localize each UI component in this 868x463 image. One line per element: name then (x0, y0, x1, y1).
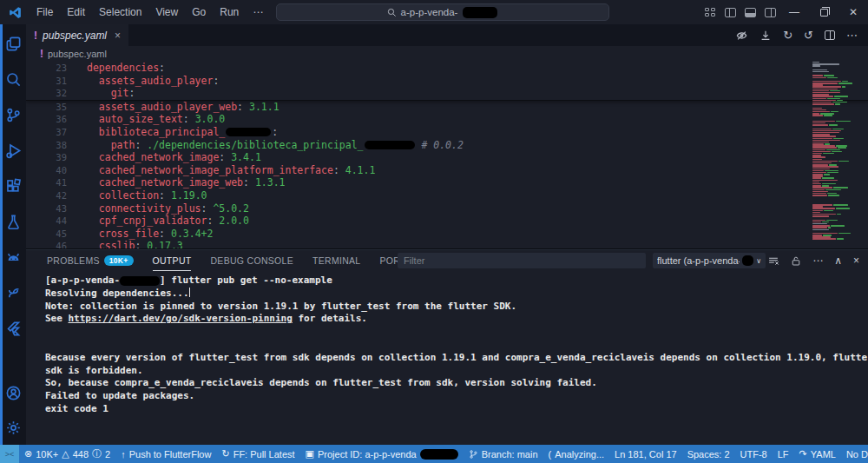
cursor-position-status[interactable]: Ln 181, Col 17 (609, 445, 682, 463)
filter-input[interactable] (398, 253, 646, 268)
output-line (45, 326, 868, 339)
yaml-file-icon: ! (40, 48, 43, 60)
line-number: 43 (26, 202, 78, 215)
code-line[interactable]: 32 git: (26, 87, 868, 100)
bottom-panel: PROBLEMS 10K+ OUTPUT DEBUG CONSOLE TERMI… (26, 249, 868, 445)
search-icon[interactable] (4, 70, 22, 88)
output-console[interactable]: [a-p-p-venda-] flutter pub get --no-exam… (26, 271, 868, 445)
code-editor[interactable]: 23dependencies:31 assets_audio_player:32… (26, 62, 868, 249)
line-number: 31 (26, 75, 78, 88)
project-id-status[interactable]: ▣Project ID: a-p-p-venda (300, 445, 464, 463)
more-actions-icon[interactable]: ⋯ (846, 29, 858, 42)
close-button[interactable]: ✕ (838, 0, 868, 24)
status-bar: >< ⊗10K+ △448 ⓘ2 ↑Push to FlutterFlow ↻F… (0, 445, 868, 463)
run-debug-icon[interactable] (4, 142, 22, 159)
settings-gear-icon[interactable] (4, 419, 22, 436)
tab-problems[interactable]: PROBLEMS 10K+ (47, 250, 134, 271)
tab-terminal[interactable]: TERMINAL (312, 250, 361, 271)
toggle-secondary-sidebar-icon[interactable] (765, 8, 776, 17)
account-icon[interactable] (4, 384, 22, 401)
code-line[interactable]: 31 assets_audio_player: (26, 75, 868, 88)
tab-output[interactable]: OUTPUT (153, 250, 192, 271)
flutterflow-icon[interactable] (4, 284, 22, 301)
flutter-icon[interactable] (4, 320, 22, 337)
editor-lines: 35 assets_audio_player_web: 3.1.136 auto… (26, 101, 868, 249)
toggle-visibility-icon[interactable] (735, 30, 748, 42)
output-link[interactable]: https://dart.dev/go/sdk-version-pinning (69, 313, 293, 324)
indentation-status[interactable]: Spaces: 2 (682, 445, 735, 463)
line-content: git: (78, 87, 135, 100)
minimap[interactable] (812, 62, 866, 248)
panel-header: PROBLEMS 10K+ OUTPUT DEBUG CONSOLE TERMI… (26, 250, 868, 271)
eol-status[interactable]: LF (773, 445, 794, 463)
menu-go[interactable]: Go (185, 3, 213, 21)
tab-close-icon[interactable]: × (115, 30, 121, 42)
code-line[interactable]: 46 csslib: 0.17.3 (26, 240, 868, 249)
toggle-panel-icon[interactable] (745, 8, 756, 17)
code-line[interactable]: 43 connectivity_plus: ^5.0.2 (26, 202, 868, 215)
code-line[interactable]: 35 assets_audio_player_web: 3.1.1 (26, 101, 868, 114)
menu-view[interactable]: View (148, 3, 185, 21)
clear-output-icon[interactable] (767, 255, 779, 267)
unlock-icon[interactable] (791, 255, 801, 267)
output-line: exit code 1 (45, 403, 868, 416)
menu-selection[interactable]: Selection (92, 3, 148, 21)
extensions-icon[interactable] (4, 177, 22, 195)
language-mode-status[interactable]: ↷YAML (794, 445, 841, 463)
code-line[interactable]: 37 biblioteca_principal_: (26, 126, 868, 139)
code-line[interactable]: 36 auto_size_text: 3.0.0 (26, 113, 868, 126)
line-number: 35 (26, 101, 78, 114)
line-content: cached_network_image_platform_interface:… (78, 164, 375, 177)
upgrade-packages-icon[interactable]: ↻ (783, 29, 792, 42)
ff-pull-latest-button[interactable]: ↻FF: Pull Latest (216, 445, 299, 463)
code-line[interactable]: 42 collection: 1.19.0 (26, 189, 868, 202)
menu-file[interactable]: File (30, 3, 60, 21)
menu-more[interactable]: ⋯ (246, 3, 270, 21)
menu-run[interactable]: Run (213, 3, 246, 21)
device-selector-status[interactable]: No Device (841, 445, 868, 463)
code-line[interactable]: 23dependencies: (26, 62, 868, 75)
minimize-button[interactable]: — (779, 0, 809, 24)
output-line: Resolving dependencies... (45, 288, 868, 301)
code-line[interactable]: 44 cpf_cnpj_validator: 2.0.0 (26, 215, 868, 228)
code-line[interactable]: 45 cross_file: 0.3.4+2 (26, 228, 868, 241)
push-to-flutterflow-button[interactable]: ↑Push to FlutterFlow (115, 445, 216, 463)
close-panel-icon[interactable]: × (853, 255, 859, 267)
code-line[interactable]: 41 cached_network_image_web: 1.3.1 (26, 176, 868, 189)
code-line[interactable]: 40 cached_network_image_platform_interfa… (26, 164, 868, 177)
testing-flask-icon[interactable] (4, 213, 22, 230)
customize-layout-icon[interactable] (705, 8, 716, 17)
android-icon[interactable] (4, 248, 22, 266)
warning-icon: △ (62, 448, 69, 460)
sync-icon: ↻ (221, 448, 229, 460)
explorer-icon[interactable] (4, 35, 22, 52)
line-number: 46 (26, 240, 78, 249)
breadcrumb[interactable]: ! pubspec.yaml (26, 46, 868, 62)
split-editor-icon[interactable] (825, 30, 835, 40)
menu-edit[interactable]: Edit (60, 3, 92, 21)
more-actions-icon[interactable]: ⋯ (812, 255, 823, 267)
line-number: 40 (26, 164, 78, 177)
problems-status[interactable]: ⊗10K+ △448 ⓘ2 (19, 445, 115, 463)
encoding-status[interactable]: UTF-8 (735, 445, 773, 463)
code-line[interactable]: 38 path: ./dependencies/biblioteca_princ… (26, 139, 868, 152)
line-number: 32 (26, 87, 78, 100)
code-line[interactable]: 39 cached_network_image: 3.4.1 (26, 151, 868, 164)
tab-pubspec-yaml[interactable]: ! pubspec.yaml × (26, 24, 128, 46)
output-channel-select[interactable]: flutter (a-p-p-venda- ∨ (653, 253, 766, 268)
analyzing-status: (Analyzing... (543, 445, 610, 463)
toggle-sidebar-icon[interactable] (725, 8, 736, 17)
tab-debug-console[interactable]: DEBUG CONSOLE (210, 250, 293, 271)
maximize-panel-icon[interactable]: ∧ (834, 255, 842, 267)
history-icon[interactable]: ↺ (804, 29, 813, 42)
yaml-mode-icon: ↷ (799, 448, 807, 460)
git-branch-status[interactable]: Branch: main (464, 445, 543, 463)
redacted-text (463, 7, 497, 18)
restore-button[interactable] (809, 0, 838, 24)
restore-icon (820, 9, 828, 17)
get-packages-icon[interactable] (760, 30, 772, 42)
remote-indicator[interactable]: >< (0, 445, 19, 463)
vscode-logo-icon (8, 5, 23, 20)
source-control-icon[interactable] (4, 106, 22, 123)
command-center-search[interactable]: a-p-p-venda- (276, 3, 609, 21)
